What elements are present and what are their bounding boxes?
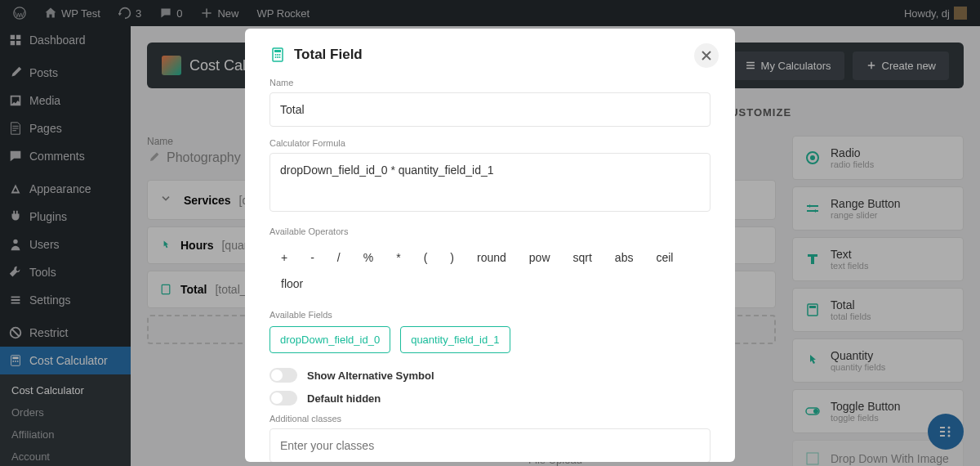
formula-input[interactable]: dropDown_field_id_0 * quantity_field_id_…	[270, 153, 710, 212]
operator-)[interactable]: )	[439, 244, 466, 271]
operator-pow[interactable]: pow	[518, 244, 562, 271]
svg-point-27	[275, 54, 277, 56]
total-field-modal: Total Field Name Calculator Formula drop…	[245, 29, 735, 462]
svg-point-29	[279, 54, 281, 56]
operator-ceil[interactable]: ceil	[644, 244, 684, 271]
calculator-icon	[270, 47, 286, 63]
svg-point-32	[279, 56, 281, 58]
operator-/[interactable]: /	[326, 244, 352, 271]
name-input[interactable]	[270, 92, 710, 127]
svg-rect-26	[274, 50, 281, 52]
svg-point-31	[277, 56, 278, 58]
operator--[interactable]: -	[299, 244, 326, 271]
svg-point-30	[275, 56, 277, 58]
operator-floor[interactable]: floor	[270, 271, 314, 297]
formula-label: Calculator Formula	[270, 138, 710, 148]
modal-overlay[interactable]: Total Field Name Calculator Formula drop…	[0, 0, 980, 466]
operator-*[interactable]: *	[385, 244, 412, 271]
close-button[interactable]	[694, 43, 719, 68]
field-chip[interactable]: quantity_field_id_1	[400, 326, 510, 353]
operators-label: Available Operators	[270, 226, 710, 236]
toggle-alt-label: Show Alternative Symbol	[307, 370, 434, 382]
modal-title: Total Field	[294, 47, 363, 63]
svg-point-28	[277, 54, 278, 56]
operator-sqrt[interactable]: sqrt	[562, 244, 604, 271]
operator-round[interactable]: round	[466, 244, 518, 271]
classes-input[interactable]	[270, 428, 710, 462]
operator-+[interactable]: +	[270, 244, 299, 271]
field-chip[interactable]: dropDown_field_id_0	[270, 326, 390, 353]
operator-([interactable]: (	[412, 244, 439, 271]
name-field-label: Name	[270, 78, 710, 87]
operator-abs[interactable]: abs	[604, 244, 645, 271]
toggle-hidden-label: Default hidden	[307, 392, 381, 405]
toggle-default-hidden[interactable]	[270, 391, 297, 406]
operator-%[interactable]: %	[352, 244, 385, 271]
classes-label: Additional classes	[270, 414, 710, 423]
toggle-alt-symbol[interactable]	[270, 368, 297, 383]
fields-label: Available Fields	[270, 310, 710, 320]
operators-list: +-/%*()roundpowsqrtabsceilfloor	[270, 244, 710, 297]
